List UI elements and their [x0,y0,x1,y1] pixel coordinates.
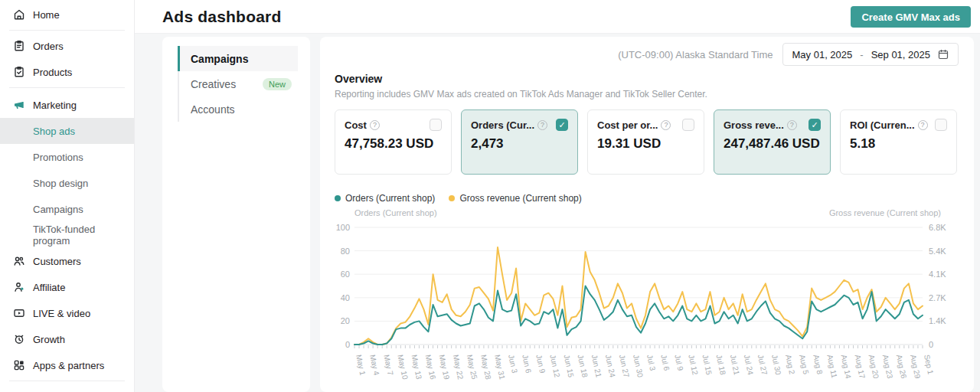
x-axis-label: Jul 6 [659,354,671,371]
subnav-tab-label: Creatives [191,78,236,90]
x-axis-label: Aug 26 [895,354,908,380]
sidebar-item-customers[interactable]: Customers [0,248,134,274]
sidebar-item-affiliate[interactable]: Affiliate [0,274,134,300]
right-axis-tick: 5.4K [929,247,946,256]
date-range-separator: - [860,49,863,60]
sidebar-divider [9,30,125,31]
left-axis-tick: 40 [341,293,350,302]
calendar-icon[interactable] [938,49,949,60]
sidebar-divider [9,87,125,88]
metric-label: Orders (Cur... [471,119,534,131]
sidebar-item-label: Shop ads [33,126,75,137]
x-axis-label: May 19 [438,354,452,381]
home-icon [13,8,25,21]
metric-checkbox[interactable] [682,119,694,131]
sidebar-item-home[interactable]: Home [0,2,134,28]
x-axis-label: May 1 [354,354,368,376]
sidebar-item-promotions[interactable]: Promotions [0,144,134,170]
sidebar-item-campaigns[interactable]: Campaigns [0,196,134,222]
sidebar-item-label: Shop design [33,178,88,189]
sidebar-item-label: Marketing [33,100,77,111]
x-axis-label: Jul 18 [715,354,727,376]
overview-subtitle: Reporting includes GMV Max ads created o… [335,89,707,100]
metric-card-header: Orders (Cur...?✓ [471,119,568,131]
metric-checkbox[interactable]: ✓ [556,119,568,131]
x-axis-label: Aug 17 [854,354,867,380]
subnav-tab-creatives[interactable]: CreativesNew [179,71,298,96]
x-axis-label: Jun 15 [563,354,576,378]
help-icon[interactable]: ? [787,120,797,130]
x-axis-label: Jun 24 [604,354,617,378]
subnav-tab-campaigns[interactable]: Campaigns [179,46,298,71]
x-axis-label: Aug 14 [839,354,852,380]
metric-card-roi-curren[interactable]: ROI (Curren...?5.18 [840,109,957,175]
metric-value: 47,758.23 USD [345,136,442,152]
x-axis-label: Aug 8 [812,354,824,375]
sidebar-item-label: Affiliate [33,282,65,293]
help-icon[interactable]: ? [370,120,380,130]
metric-checkbox[interactable] [935,119,947,131]
customers-icon [13,255,25,267]
left-axis-tick: 20 [341,316,350,325]
sidebar-item-shop-ads[interactable]: Shop ads [0,118,134,144]
metric-card-orders-cur[interactable]: Orders (Cur...?✓2,473 [461,109,578,175]
x-axis-label: Sep 1 [923,354,935,375]
metric-value: 2,473 [471,136,568,152]
x-axis-label: Jun 18 [577,354,590,378]
x-axis-label: Aug 29 [909,354,922,380]
legend-dot-icon [335,195,341,201]
metric-card-cost[interactable]: Cost?47,758.23 USD [335,109,452,175]
sidebar-item-live-video[interactable]: LIVE & video [0,300,134,326]
date-range-end: Sep 01, 2025 [871,49,930,60]
legend-item-gross-revenue[interactable]: Gross revenue (Current shop) [449,193,581,204]
x-axis-label: Jun 12 [548,354,561,378]
products-icon [13,66,25,78]
x-axis-label: May 13 [410,354,423,381]
metric-card-cost-per-or[interactable]: Cost per or...?19.31 USD [587,109,704,175]
x-axis-label: Jul 30 [770,354,782,376]
metric-checkbox[interactable]: ✓ [808,119,821,131]
line-chart-canvas: Orders (Current shop)Gross revenue (Curr… [335,205,959,389]
sidebar-item-marketing[interactable]: Marketing [0,92,134,118]
legend-item-orders[interactable]: Orders (Current shop) [335,193,435,204]
sidebar-item-label: Apps & partners [33,360,104,371]
main-content-card: (UTC-09:00) Alaska Standard Time May 01,… [320,37,974,392]
left-axis-tick: 80 [341,247,350,256]
sidebar-item-tiktok-funded-program[interactable]: TikTok-funded program [0,222,134,248]
sidebar-item-label: Customers [33,256,81,267]
metric-card-header: Cost per or...? [597,119,694,131]
help-icon[interactable]: ? [661,120,671,130]
sidebar-item-label: Home [33,9,60,21]
date-range-start: May 01, 2025 [792,49,853,60]
new-badge: New [263,78,292,90]
subnav-tab-accounts[interactable]: Accounts [179,96,298,122]
sidebar-divider [9,381,125,381]
sidebar-item-products[interactable]: Products [0,59,134,85]
sidebar-item-apps-partners[interactable]: Apps & partners [0,352,134,378]
metric-value: 247,487.46 USD [724,136,821,152]
metric-card-gross-reve[interactable]: Gross reve...?✓247,487.46 USD [714,109,831,175]
date-range-picker[interactable]: May 01, 2025 - Sep 01, 2025 [782,43,959,66]
help-icon[interactable]: ? [918,120,928,130]
sidebar-item-label: Campaigns [33,204,83,215]
x-axis-label: Jun 30 [632,354,645,378]
x-axis-label: May 28 [479,354,493,381]
sidebar-item-growth[interactable]: Growth [0,326,134,352]
x-axis-label: Jun 3 [507,354,519,374]
create-gmv-max-ads-button[interactable]: Create GMV Max ads [851,6,971,28]
metric-checkbox[interactable] [430,119,442,131]
sidebar-item-orders[interactable]: Orders [0,33,134,59]
x-axis-label: Jul 3 [645,354,657,371]
overview-title: Overview [335,73,382,85]
metric-label: Cost per or... [597,119,658,131]
help-icon[interactable]: ? [537,120,547,130]
x-axis-label: Jun 9 [534,354,547,374]
x-axis-label: Aug 2 [784,354,796,375]
ads-subnav-card: CampaignsCreativesNewAccounts [162,37,310,392]
x-axis-label: May 7 [382,354,395,376]
x-axis-label: Jun 27 [618,354,631,378]
metric-value: 19.31 USD [597,136,694,152]
sidebar-item-shop-design[interactable]: Shop design [0,170,134,196]
toolbar: (UTC-09:00) Alaska Standard Time May 01,… [618,43,959,66]
right-axis-tick: 6.8K [929,223,946,232]
